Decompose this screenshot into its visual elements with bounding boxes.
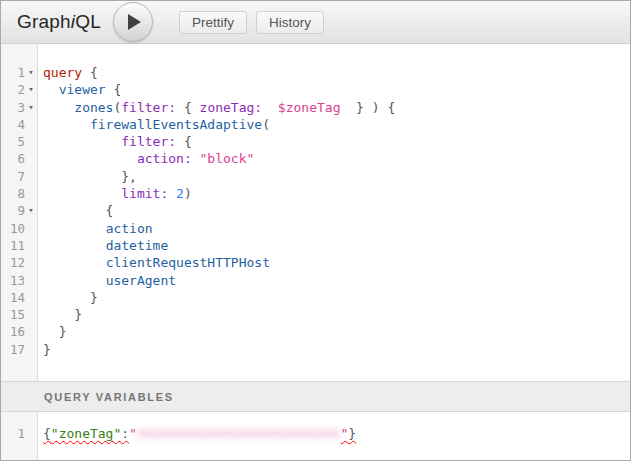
code-token: } bbox=[43, 290, 98, 305]
code-line: filter: { bbox=[43, 133, 630, 150]
fold-arrow-icon[interactable]: ▾ bbox=[25, 99, 37, 116]
gutter-row: 4 bbox=[1, 116, 37, 133]
code-token: action: bbox=[137, 151, 192, 166]
history-button[interactable]: History bbox=[256, 11, 324, 34]
code-token: action bbox=[106, 221, 153, 236]
code-token bbox=[43, 100, 74, 115]
query-variables-title: QUERY VARIABLES bbox=[44, 391, 174, 403]
line-number: 4 bbox=[1, 116, 25, 133]
variables-editor[interactable]: 1 {"zoneTag":"00000000000000000000000000… bbox=[1, 412, 630, 460]
code-token: } bbox=[43, 324, 66, 339]
code-token: zoneTag: bbox=[200, 100, 263, 115]
code-token bbox=[262, 100, 278, 115]
gutter-row: 11 bbox=[1, 237, 37, 254]
logo-text: QL bbox=[75, 11, 101, 32]
toolbar: GraphiQL Prettify History bbox=[1, 1, 630, 44]
gutter-row: 6 bbox=[1, 150, 37, 167]
code-line: action: "block" bbox=[43, 150, 630, 167]
gutter-row: 9▾ bbox=[1, 202, 37, 219]
gutter-row: 3▾ bbox=[1, 99, 37, 116]
fold-arrow-icon[interactable]: ▾ bbox=[25, 81, 37, 98]
gutter-row: 2▾ bbox=[1, 81, 37, 98]
code-token: datetime bbox=[106, 238, 169, 253]
code-line: } bbox=[43, 341, 630, 358]
line-number: 2 bbox=[1, 81, 25, 98]
gutter-row: 10 bbox=[1, 220, 37, 237]
code-token bbox=[43, 134, 121, 149]
code-token: 2 bbox=[176, 186, 184, 201]
logo-text: Graph bbox=[17, 11, 71, 32]
code-token bbox=[43, 186, 121, 201]
query-variables-header[interactable]: QUERY VARIABLES bbox=[1, 381, 630, 412]
code-token: : bbox=[121, 426, 129, 441]
code-token: filter: bbox=[121, 100, 176, 115]
line-number: 1 bbox=[1, 64, 25, 81]
code-token: { bbox=[82, 65, 98, 80]
code-token: { bbox=[43, 203, 113, 218]
fold-arrow-icon[interactable]: ▾ bbox=[25, 202, 37, 219]
variables-line-number-gutter: 1 bbox=[1, 412, 38, 460]
code-token: limit: bbox=[121, 186, 168, 201]
code-line: action bbox=[43, 220, 630, 237]
app-logo: GraphiQL bbox=[17, 11, 101, 33]
gutter-row: 1▾ bbox=[1, 64, 37, 81]
code-token bbox=[192, 151, 200, 166]
gutter-row: 1 bbox=[1, 425, 37, 442]
graphiql-window: GraphiQL Prettify History 1▾2▾3▾456789▾1… bbox=[0, 0, 631, 461]
execute-query-button[interactable] bbox=[113, 2, 153, 42]
code-token: clientRequestHTTPHost bbox=[106, 255, 270, 270]
line-number-gutter: 1▾2▾3▾456789▾1011121314151617 bbox=[1, 44, 38, 381]
line-number: 16 bbox=[1, 323, 25, 340]
code-token: $zoneTag bbox=[278, 100, 341, 115]
line-number: 14 bbox=[1, 289, 25, 306]
code-token: firewallEventsAdaptive bbox=[90, 117, 262, 132]
code-token: { bbox=[176, 100, 199, 115]
gutter-row: 12 bbox=[1, 254, 37, 271]
code-token bbox=[43, 151, 137, 166]
code-line: }, bbox=[43, 168, 630, 185]
code-token: } bbox=[348, 426, 356, 441]
code-token bbox=[43, 238, 106, 253]
code-token bbox=[43, 273, 106, 288]
line-number: 1 bbox=[1, 425, 25, 442]
line-number: 5 bbox=[1, 133, 25, 150]
fold-arrow-icon[interactable]: ▾ bbox=[25, 64, 37, 81]
gutter-row: 13 bbox=[1, 272, 37, 289]
line-number: 13 bbox=[1, 272, 25, 289]
gutter-row: 16 bbox=[1, 323, 37, 340]
gutter-row: 8 bbox=[1, 185, 37, 202]
code-line: zones(filter: { zoneTag: $zoneTag } ) { bbox=[43, 99, 630, 116]
code-line: {"zoneTag":"00000000000000000000000000"} bbox=[43, 425, 630, 442]
query-code-area[interactable]: query { viewer { zones(filter: { zoneTag… bbox=[38, 44, 630, 381]
code-token: { bbox=[43, 426, 51, 441]
code-token: query bbox=[43, 65, 82, 80]
line-number: 12 bbox=[1, 254, 25, 271]
code-token bbox=[168, 186, 176, 201]
prettify-button[interactable]: Prettify bbox=[179, 11, 247, 34]
code-token: { bbox=[176, 134, 192, 149]
line-number: 10 bbox=[1, 220, 25, 237]
code-token: }, bbox=[43, 169, 137, 184]
code-line: query { bbox=[43, 64, 630, 81]
code-line: clientRequestHTTPHost bbox=[43, 254, 630, 271]
gutter-row: 7 bbox=[1, 168, 37, 185]
code-line: limit: 2) bbox=[43, 185, 630, 202]
line-number: 11 bbox=[1, 237, 25, 254]
code-token: zones bbox=[74, 100, 113, 115]
code-token: "zoneTag" bbox=[51, 426, 121, 441]
code-token: { bbox=[106, 82, 122, 97]
play-icon bbox=[128, 14, 141, 30]
code-token: } ) { bbox=[340, 100, 395, 115]
code-line: firewallEventsAdaptive( bbox=[43, 116, 630, 133]
code-line: } bbox=[43, 306, 630, 323]
query-editor[interactable]: 1▾2▾3▾456789▾1011121314151617 query { vi… bbox=[1, 44, 630, 381]
code-token: ) bbox=[184, 186, 192, 201]
code-token: "block" bbox=[200, 151, 255, 166]
code-token: viewer bbox=[59, 82, 106, 97]
code-token bbox=[43, 255, 106, 270]
code-line: { bbox=[43, 202, 630, 219]
gutter-row: 17 bbox=[1, 341, 37, 358]
gutter-row: 15 bbox=[1, 306, 37, 323]
code-token: filter: bbox=[121, 134, 176, 149]
variables-code-area[interactable]: {"zoneTag":"00000000000000000000000000"} bbox=[38, 412, 630, 460]
